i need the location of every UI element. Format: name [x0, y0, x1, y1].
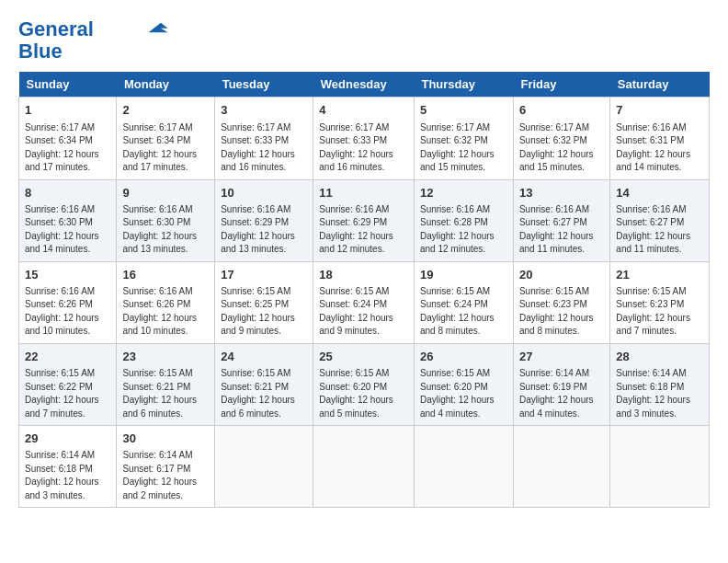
day-number: 30	[122, 431, 209, 447]
day-info: Sunrise: 6:15 AMSunset: 6:25 PMDaylight:…	[221, 285, 307, 339]
calendar-cell: 4Sunrise: 6:17 AMSunset: 6:33 PMDaylight…	[313, 98, 415, 179]
calendar-week-row: 1Sunrise: 6:17 AMSunset: 6:34 PMDaylight…	[19, 98, 710, 179]
day-info: Sunrise: 6:16 AMSunset: 6:26 PMDaylight:…	[122, 285, 209, 339]
day-info: Sunrise: 6:16 AMSunset: 6:28 PMDaylight:…	[420, 203, 507, 257]
day-number: 2	[122, 102, 209, 119]
day-number: 20	[519, 267, 604, 283]
day-info: Sunrise: 6:16 AMSunset: 6:30 PMDaylight:…	[122, 203, 209, 257]
calendar-cell: 19Sunrise: 6:15 AMSunset: 6:24 PMDayligh…	[414, 261, 513, 343]
calendar-cell	[610, 426, 710, 508]
calendar-cell: 25Sunrise: 6:15 AMSunset: 6:20 PMDayligh…	[313, 343, 415, 425]
day-number: 6	[519, 102, 604, 119]
weekday-header: Saturday	[610, 72, 710, 98]
day-number: 21	[616, 267, 703, 283]
day-number: 17	[221, 267, 307, 283]
day-number: 22	[25, 349, 110, 365]
day-number: 14	[616, 185, 703, 201]
calendar-cell: 14Sunrise: 6:16 AMSunset: 6:27 PMDayligh…	[610, 179, 710, 261]
calendar-cell: 3Sunrise: 6:17 AMSunset: 6:33 PMDaylight…	[215, 98, 313, 179]
day-info: Sunrise: 6:16 AMSunset: 6:27 PMDaylight:…	[519, 203, 604, 257]
day-info: Sunrise: 6:16 AMSunset: 6:26 PMDaylight:…	[25, 285, 110, 339]
calendar-cell: 11Sunrise: 6:16 AMSunset: 6:29 PMDayligh…	[313, 179, 415, 261]
day-number: 8	[25, 185, 110, 201]
page-header: General Blue	[18, 18, 710, 63]
calendar-cell: 2Sunrise: 6:17 AMSunset: 6:34 PMDaylight…	[117, 98, 215, 179]
day-info: Sunrise: 6:16 AMSunset: 6:30 PMDaylight:…	[25, 203, 110, 257]
calendar-cell: 27Sunrise: 6:14 AMSunset: 6:19 PMDayligh…	[513, 343, 609, 425]
calendar-cell: 10Sunrise: 6:16 AMSunset: 6:29 PMDayligh…	[215, 179, 313, 261]
calendar-cell: 29Sunrise: 6:14 AMSunset: 6:18 PMDayligh…	[19, 426, 117, 508]
svg-marker-0	[148, 23, 167, 33]
calendar-cell: 1Sunrise: 6:17 AMSunset: 6:34 PMDaylight…	[19, 98, 117, 179]
day-info: Sunrise: 6:15 AMSunset: 6:23 PMDaylight:…	[616, 285, 703, 339]
calendar-cell: 12Sunrise: 6:16 AMSunset: 6:28 PMDayligh…	[414, 179, 513, 261]
day-info: Sunrise: 6:15 AMSunset: 6:20 PMDaylight:…	[420, 367, 507, 420]
logo-text: General	[18, 18, 94, 40]
day-info: Sunrise: 6:15 AMSunset: 6:23 PMDaylight:…	[519, 285, 604, 339]
day-number: 16	[122, 267, 209, 283]
day-number: 1	[25, 102, 110, 119]
day-info: Sunrise: 6:15 AMSunset: 6:24 PMDaylight:…	[420, 285, 507, 339]
calendar-cell	[313, 426, 415, 508]
day-number: 25	[319, 349, 408, 365]
day-number: 10	[221, 185, 307, 201]
day-info: Sunrise: 6:16 AMSunset: 6:29 PMDaylight:…	[221, 203, 307, 257]
weekday-header: Thursday	[414, 72, 513, 98]
calendar-table: SundayMondayTuesdayWednesdayThursdayFrid…	[18, 72, 710, 508]
logo-text-blue: Blue	[18, 40, 63, 63]
day-number: 9	[122, 185, 209, 201]
day-number: 7	[616, 102, 703, 119]
calendar-cell: 8Sunrise: 6:16 AMSunset: 6:30 PMDaylight…	[19, 179, 117, 261]
day-number: 26	[420, 349, 507, 365]
calendar-week-row: 15Sunrise: 6:16 AMSunset: 6:26 PMDayligh…	[19, 261, 710, 343]
day-number: 12	[420, 185, 507, 201]
logo: General Blue	[18, 18, 169, 63]
day-info: Sunrise: 6:17 AMSunset: 6:32 PMDaylight:…	[519, 121, 604, 175]
day-number: 13	[519, 185, 604, 201]
day-number: 24	[221, 349, 307, 365]
day-number: 23	[122, 349, 209, 365]
weekday-header: Wednesday	[313, 72, 415, 98]
calendar-week-row: 22Sunrise: 6:15 AMSunset: 6:22 PMDayligh…	[19, 343, 710, 425]
calendar-cell: 17Sunrise: 6:15 AMSunset: 6:25 PMDayligh…	[215, 261, 313, 343]
day-info: Sunrise: 6:15 AMSunset: 6:24 PMDaylight:…	[319, 285, 408, 339]
calendar-cell: 26Sunrise: 6:15 AMSunset: 6:20 PMDayligh…	[414, 343, 513, 425]
day-number: 3	[221, 102, 307, 119]
day-info: Sunrise: 6:14 AMSunset: 6:18 PMDaylight:…	[616, 367, 703, 420]
day-info: Sunrise: 6:14 AMSunset: 6:17 PMDaylight:…	[122, 449, 209, 502]
calendar-cell	[513, 426, 609, 508]
day-number: 27	[519, 349, 604, 365]
calendar-cell: 24Sunrise: 6:15 AMSunset: 6:21 PMDayligh…	[215, 343, 313, 425]
day-number: 29	[25, 431, 110, 447]
day-info: Sunrise: 6:15 AMSunset: 6:21 PMDaylight:…	[221, 367, 307, 420]
weekday-header: Monday	[117, 72, 215, 98]
calendar-cell: 15Sunrise: 6:16 AMSunset: 6:26 PMDayligh…	[19, 261, 117, 343]
day-number: 28	[616, 349, 703, 365]
day-info: Sunrise: 6:17 AMSunset: 6:33 PMDaylight:…	[319, 121, 408, 175]
weekday-header: Friday	[513, 72, 609, 98]
calendar-cell: 5Sunrise: 6:17 AMSunset: 6:32 PMDaylight…	[414, 98, 513, 179]
day-info: Sunrise: 6:17 AMSunset: 6:34 PMDaylight:…	[122, 121, 209, 175]
calendar-cell: 9Sunrise: 6:16 AMSunset: 6:30 PMDaylight…	[117, 179, 215, 261]
logo-icon	[142, 19, 169, 36]
day-info: Sunrise: 6:17 AMSunset: 6:32 PMDaylight:…	[420, 121, 507, 175]
calendar-cell: 7Sunrise: 6:16 AMSunset: 6:31 PMDaylight…	[610, 98, 710, 179]
day-info: Sunrise: 6:15 AMSunset: 6:22 PMDaylight:…	[25, 367, 110, 420]
calendar-cell: 23Sunrise: 6:15 AMSunset: 6:21 PMDayligh…	[117, 343, 215, 425]
calendar-cell: 30Sunrise: 6:14 AMSunset: 6:17 PMDayligh…	[117, 426, 215, 508]
calendar-week-row: 8Sunrise: 6:16 AMSunset: 6:30 PMDaylight…	[19, 179, 710, 261]
day-number: 18	[319, 267, 408, 283]
calendar-cell: 18Sunrise: 6:15 AMSunset: 6:24 PMDayligh…	[313, 261, 415, 343]
calendar-cell: 21Sunrise: 6:15 AMSunset: 6:23 PMDayligh…	[610, 261, 710, 343]
day-number: 5	[420, 102, 507, 119]
day-info: Sunrise: 6:17 AMSunset: 6:33 PMDaylight:…	[221, 121, 307, 175]
weekday-header: Tuesday	[215, 72, 313, 98]
day-number: 15	[25, 267, 110, 283]
calendar-cell: 28Sunrise: 6:14 AMSunset: 6:18 PMDayligh…	[610, 343, 710, 425]
weekday-header: Sunday	[19, 72, 117, 98]
day-info: Sunrise: 6:14 AMSunset: 6:19 PMDaylight:…	[519, 367, 604, 420]
day-number: 11	[319, 185, 408, 201]
day-number: 4	[319, 102, 408, 119]
calendar-cell	[414, 426, 513, 508]
calendar-cell: 13Sunrise: 6:16 AMSunset: 6:27 PMDayligh…	[513, 179, 609, 261]
